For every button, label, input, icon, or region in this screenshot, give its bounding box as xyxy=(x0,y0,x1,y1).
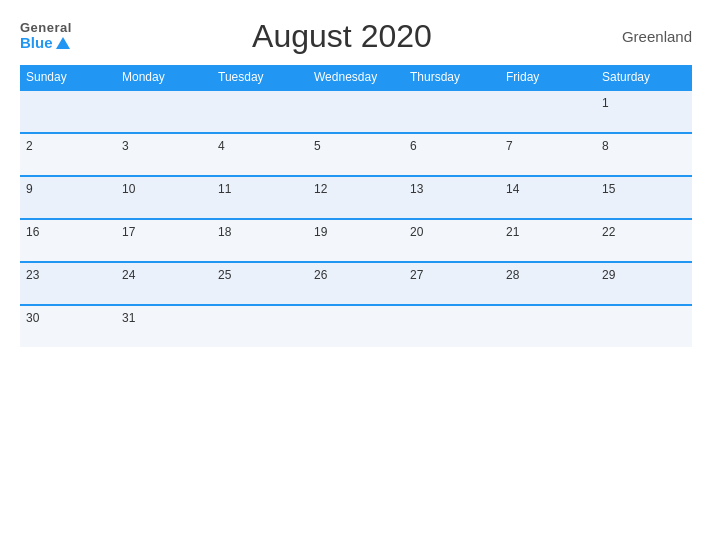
calendar-day-cell: 21 xyxy=(500,219,596,262)
day-number: 7 xyxy=(506,139,513,153)
day-number: 19 xyxy=(314,225,327,239)
calendar-day-cell: 28 xyxy=(500,262,596,305)
day-number: 16 xyxy=(26,225,39,239)
calendar-week-row: 23242526272829 xyxy=(20,262,692,305)
calendar-day-cell: 31 xyxy=(116,305,212,347)
calendar-header-row: Sunday Monday Tuesday Wednesday Thursday… xyxy=(20,65,692,90)
day-number: 21 xyxy=(506,225,519,239)
calendar-day-cell: 17 xyxy=(116,219,212,262)
day-number: 3 xyxy=(122,139,129,153)
logo-blue-text: Blue xyxy=(20,35,70,52)
day-number: 18 xyxy=(218,225,231,239)
col-tuesday: Tuesday xyxy=(212,65,308,90)
day-number: 1 xyxy=(602,96,609,110)
calendar-day-cell: 29 xyxy=(596,262,692,305)
day-number: 8 xyxy=(602,139,609,153)
calendar-day-cell xyxy=(404,90,500,133)
calendar-body: 1234567891011121314151617181920212223242… xyxy=(20,90,692,347)
day-number: 10 xyxy=(122,182,135,196)
weekday-header-row: Sunday Monday Tuesday Wednesday Thursday… xyxy=(20,65,692,90)
col-saturday: Saturday xyxy=(596,65,692,90)
day-number: 6 xyxy=(410,139,417,153)
day-number: 20 xyxy=(410,225,423,239)
calendar-day-cell: 7 xyxy=(500,133,596,176)
calendar-day-cell: 18 xyxy=(212,219,308,262)
day-number: 15 xyxy=(602,182,615,196)
day-number: 28 xyxy=(506,268,519,282)
day-number: 12 xyxy=(314,182,327,196)
calendar-day-cell xyxy=(404,305,500,347)
day-number: 31 xyxy=(122,311,135,325)
day-number: 25 xyxy=(218,268,231,282)
calendar-day-cell xyxy=(308,305,404,347)
calendar-day-cell xyxy=(116,90,212,133)
calendar-title: August 2020 xyxy=(72,18,612,55)
calendar-table: Sunday Monday Tuesday Wednesday Thursday… xyxy=(20,65,692,347)
calendar-day-cell: 19 xyxy=(308,219,404,262)
calendar-day-cell: 26 xyxy=(308,262,404,305)
day-number: 2 xyxy=(26,139,33,153)
calendar-day-cell xyxy=(212,90,308,133)
logo-triangle-icon xyxy=(56,37,70,49)
calendar-day-cell: 11 xyxy=(212,176,308,219)
day-number: 13 xyxy=(410,182,423,196)
day-number: 4 xyxy=(218,139,225,153)
day-number: 24 xyxy=(122,268,135,282)
calendar-day-cell: 9 xyxy=(20,176,116,219)
calendar-week-row: 9101112131415 xyxy=(20,176,692,219)
calendar-day-cell: 10 xyxy=(116,176,212,219)
col-wednesday: Wednesday xyxy=(308,65,404,90)
calendar-day-cell: 13 xyxy=(404,176,500,219)
calendar-day-cell: 27 xyxy=(404,262,500,305)
calendar-day-cell: 5 xyxy=(308,133,404,176)
calendar-day-cell xyxy=(212,305,308,347)
calendar-day-cell: 23 xyxy=(20,262,116,305)
calendar-day-cell: 4 xyxy=(212,133,308,176)
calendar-day-cell: 20 xyxy=(404,219,500,262)
day-number: 23 xyxy=(26,268,39,282)
col-sunday: Sunday xyxy=(20,65,116,90)
region-label: Greenland xyxy=(612,28,692,45)
calendar-day-cell: 14 xyxy=(500,176,596,219)
calendar-day-cell: 15 xyxy=(596,176,692,219)
calendar-week-row: 3031 xyxy=(20,305,692,347)
day-number: 9 xyxy=(26,182,33,196)
calendar-day-cell xyxy=(500,305,596,347)
calendar-week-row: 1 xyxy=(20,90,692,133)
col-friday: Friday xyxy=(500,65,596,90)
calendar-day-cell: 22 xyxy=(596,219,692,262)
calendar-day-cell: 30 xyxy=(20,305,116,347)
col-monday: Monday xyxy=(116,65,212,90)
calendar-day-cell: 25 xyxy=(212,262,308,305)
day-number: 22 xyxy=(602,225,615,239)
calendar-day-cell xyxy=(596,305,692,347)
day-number: 29 xyxy=(602,268,615,282)
calendar-day-cell: 16 xyxy=(20,219,116,262)
calendar-day-cell: 3 xyxy=(116,133,212,176)
calendar-day-cell xyxy=(500,90,596,133)
day-number: 17 xyxy=(122,225,135,239)
calendar-day-cell xyxy=(20,90,116,133)
calendar-day-cell: 24 xyxy=(116,262,212,305)
day-number: 5 xyxy=(314,139,321,153)
day-number: 27 xyxy=(410,268,423,282)
logo: General Blue xyxy=(20,21,72,52)
day-number: 11 xyxy=(218,182,231,196)
day-number: 14 xyxy=(506,182,519,196)
calendar-header: General Blue August 2020 Greenland xyxy=(20,18,692,55)
calendar-week-row: 2345678 xyxy=(20,133,692,176)
calendar-day-cell xyxy=(308,90,404,133)
calendar-day-cell: 12 xyxy=(308,176,404,219)
logo-general-text: General xyxy=(20,21,72,35)
calendar-week-row: 16171819202122 xyxy=(20,219,692,262)
calendar-page: General Blue August 2020 Greenland Sunda… xyxy=(0,0,712,550)
calendar-day-cell: 1 xyxy=(596,90,692,133)
day-number: 26 xyxy=(314,268,327,282)
calendar-day-cell: 2 xyxy=(20,133,116,176)
col-thursday: Thursday xyxy=(404,65,500,90)
calendar-day-cell: 6 xyxy=(404,133,500,176)
calendar-day-cell: 8 xyxy=(596,133,692,176)
day-number: 30 xyxy=(26,311,39,325)
